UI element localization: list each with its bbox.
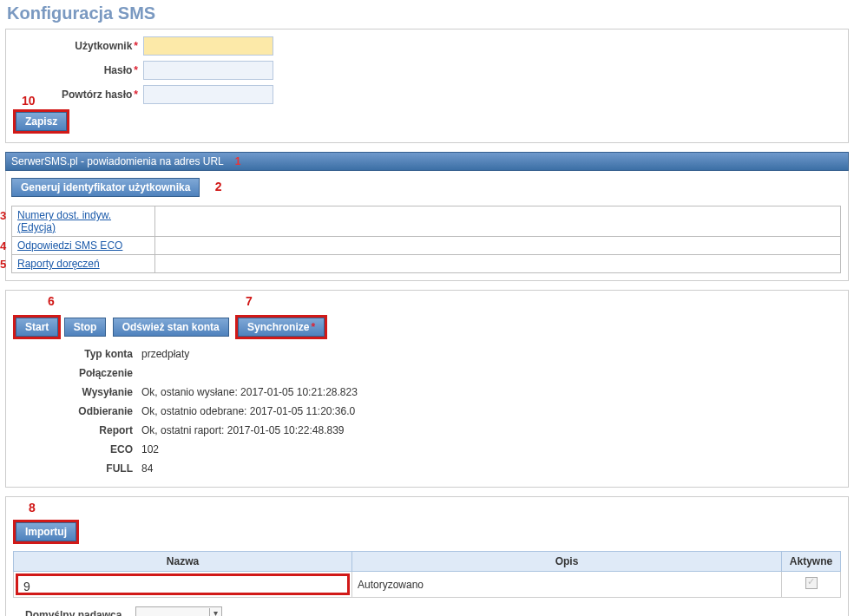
- import-table: Nazwa Opis Aktywne 9 Autoryzowano: [13, 551, 841, 598]
- annotation-6: 6: [48, 294, 55, 308]
- user-row: Użytkownik*: [13, 36, 841, 56]
- col-name: Nazwa: [14, 552, 352, 572]
- annotation-5: 5: [0, 258, 6, 271]
- credentials-panel: Użytkownik* Hasło* Powtórz hasło* 10 Zap…: [5, 29, 849, 143]
- annotation-3: 3: [0, 209, 6, 222]
- annotation-1: 1: [235, 155, 241, 167]
- synchronize-button[interactable]: Synchronize*: [238, 318, 325, 337]
- eco-value: 102: [141, 443, 159, 455]
- stop-button[interactable]: Stop: [64, 318, 107, 337]
- start-button[interactable]: Start: [16, 318, 58, 337]
- default-sender-label: Domyślny nadawca: [13, 609, 127, 616]
- password-label: Hasło*: [13, 64, 143, 76]
- sending-value: Ok, ostanio wysłane: 2017-01-05 10:21:28…: [141, 386, 358, 398]
- link-raporty-doreczen[interactable]: Raporty doręczeń: [17, 258, 100, 270]
- active-cell: [782, 572, 841, 598]
- col-desc: Opis: [352, 552, 782, 572]
- active-checkbox[interactable]: [805, 577, 818, 589]
- credentials-save-button[interactable]: Zapisz: [16, 112, 67, 131]
- eco-label: ECO: [20, 443, 141, 455]
- user-label: Użytkownik*: [13, 40, 143, 52]
- password-row: Hasło*: [13, 61, 841, 80]
- annotation-4: 4: [0, 239, 6, 252]
- receiving-label: Odbieranie: [20, 405, 141, 417]
- annotation-7: 7: [246, 294, 253, 308]
- page-title: Konfiguracja SMS: [0, 0, 854, 29]
- account-type-label: Typ konta: [20, 348, 141, 360]
- receiving-value: Ok, ostatnio odebrane: 2017-01-05 11:20:…: [141, 405, 355, 417]
- import-panel: 8 Importuj Nazwa Opis Aktywne 9 Autoryzo…: [5, 496, 849, 616]
- status-list: Typ kontaprzedpłaty Połączenie Wysyłanie…: [20, 344, 841, 478]
- link-odpowiedzi-eco[interactable]: Odpowiedzi SMS ECO: [17, 239, 122, 252]
- report-label: Report: [20, 424, 141, 436]
- annotation-2: 2: [215, 180, 222, 193]
- user-input[interactable]: [143, 36, 273, 56]
- password-repeat-input[interactable]: [143, 85, 273, 104]
- url-section-header: SerwerSMS.pl - powiadomienia na adres UR…: [5, 152, 849, 171]
- annotation-8: 8: [29, 501, 36, 514]
- sending-label: Wysyłanie: [20, 386, 141, 398]
- account-type-value: przedpłaty: [141, 348, 189, 360]
- report-value: Ok, ostatni raport: 2017-01-05 10:22:48.…: [141, 424, 345, 436]
- import-button[interactable]: Importuj: [16, 522, 76, 541]
- col-active: Aktywne: [782, 552, 841, 572]
- refresh-account-button[interactable]: Odśwież stan konta: [113, 318, 229, 337]
- full-value: 84: [141, 462, 153, 475]
- full-label: FULL: [20, 462, 141, 475]
- control-panel: 6 7 Start Stop Odśwież stan konta Synchr…: [5, 290, 849, 488]
- password2-row: Powtórz hasło*: [13, 85, 841, 104]
- password-input[interactable]: [143, 61, 273, 80]
- default-sender-row: Domyślny nadawca: [13, 606, 841, 616]
- desc-cell: Autoryzowano: [352, 572, 782, 598]
- url-section-body: Generuj identyfikator użytkownika 2 3 Nu…: [5, 171, 849, 281]
- generate-user-id-button[interactable]: Generuj identyfikator użytkownika: [11, 178, 200, 197]
- connection-label: Połączenie: [20, 367, 141, 379]
- name-cell[interactable]: 9: [14, 572, 352, 598]
- default-sender-select[interactable]: [135, 606, 222, 616]
- annotation-9: 9: [16, 573, 350, 595]
- url-link-table: 3 Numery dost. indyw. (Edycja) 4 Odpowie…: [11, 206, 841, 273]
- link-numery-dost[interactable]: Numery dost. indyw. (Edycja): [17, 209, 111, 233]
- annotation-10: 10: [22, 94, 36, 108]
